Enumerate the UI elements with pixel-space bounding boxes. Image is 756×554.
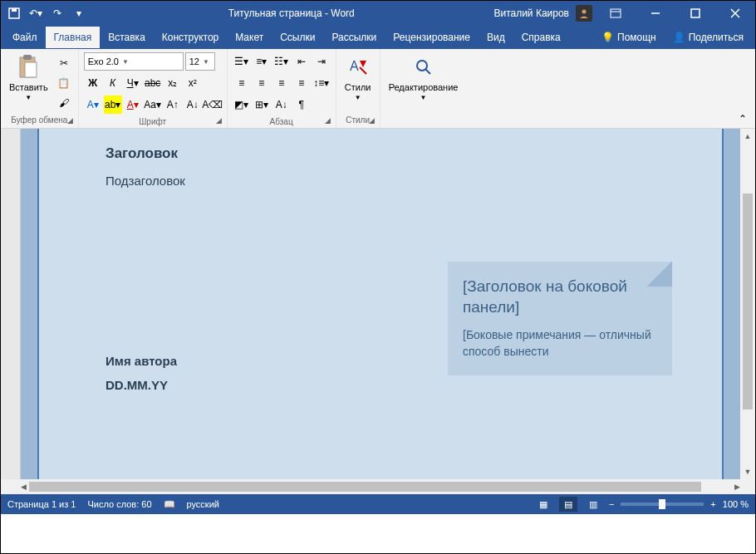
subscript-button[interactable]: x₂: [164, 74, 182, 92]
tab-mailings[interactable]: Рассылки: [323, 27, 385, 48]
collapse-ribbon-button[interactable]: ⌃: [730, 49, 755, 128]
language-indicator[interactable]: русский: [187, 499, 219, 509]
font-color-button[interactable]: A▾: [124, 96, 142, 114]
horizontal-scrollbar[interactable]: ◀ ▶: [21, 479, 740, 494]
chevron-up-icon: ⌃: [739, 113, 747, 125]
vertical-ruler[interactable]: [1, 129, 21, 479]
justify-button[interactable]: ≡: [292, 74, 311, 92]
sidebar-body[interactable]: [Боковые примечания — отличный способ вы…: [463, 327, 657, 360]
sidebar-title[interactable]: [Заголовок на боковой панели]: [463, 277, 657, 317]
tab-design[interactable]: Конструктор: [154, 27, 227, 48]
zoom-in-button[interactable]: +: [710, 499, 715, 509]
sidebar-textbox[interactable]: [Заголовок на боковой панели] [Боковые п…: [448, 262, 672, 375]
scroll-left-icon[interactable]: ◀: [21, 479, 27, 494]
show-marks-button[interactable]: ¶: [292, 96, 311, 114]
multilevel-button[interactable]: ☷▾: [272, 52, 291, 71]
undo-icon[interactable]: ↶▾: [26, 3, 46, 23]
text-effects-button[interactable]: A▾: [84, 96, 102, 114]
doc-date[interactable]: DD.MM.YY: [106, 378, 655, 392]
shading-button[interactable]: ◩▾: [233, 96, 251, 114]
zoom-level[interactable]: 100 %: [723, 499, 749, 509]
italic-button[interactable]: К: [104, 74, 122, 92]
styles-launcher-icon[interactable]: ◢: [366, 115, 378, 126]
zoom-slider[interactable]: [621, 503, 704, 506]
change-case-button[interactable]: Aa▾: [144, 96, 162, 114]
paste-button[interactable]: Вставить ▼: [6, 52, 52, 114]
font-size-combo[interactable]: 12▼: [185, 52, 215, 71]
print-layout-icon[interactable]: ▤: [559, 497, 577, 512]
chevron-down-icon: ▼: [25, 94, 32, 101]
tab-file[interactable]: Файл: [4, 27, 46, 48]
bullets-button[interactable]: ☰▾: [233, 52, 251, 71]
tab-insert[interactable]: Вставка: [100, 27, 154, 48]
decrease-indent-button[interactable]: ⇤: [292, 52, 311, 71]
font-name-combo[interactable]: Exo 2.0▼: [84, 52, 184, 71]
proofing-icon[interactable]: 📖: [164, 499, 175, 510]
superscript-button[interactable]: x²: [184, 74, 202, 92]
borders-button[interactable]: ⊞▾: [253, 96, 271, 114]
doc-heading[interactable]: Заголовок: [106, 145, 655, 162]
svg-rect-6: [691, 9, 700, 17]
hscroll-thumb[interactable]: [29, 482, 701, 492]
doc-subheading[interactable]: Подзаголовок: [106, 174, 655, 188]
clipboard-launcher-icon[interactable]: ◢: [65, 115, 76, 126]
bold-button[interactable]: Ж: [84, 74, 102, 92]
sort-button[interactable]: A↓: [272, 96, 291, 114]
grow-font-button[interactable]: A↑: [164, 96, 182, 114]
close-button[interactable]: [719, 2, 752, 25]
user-area: Виталий Каиров: [493, 2, 752, 25]
read-mode-icon[interactable]: ▦: [534, 497, 552, 512]
line-spacing-button[interactable]: ↕≡▾: [312, 74, 331, 92]
shrink-font-button[interactable]: A↓: [184, 96, 202, 114]
strikethrough-button[interactable]: abc: [144, 74, 162, 92]
ribbon: Вставить ▼ ✂ 📋 🖌 Буфер обмена ◢ Exo 2.0▼…: [1, 49, 755, 129]
align-left-button[interactable]: ≡: [233, 74, 251, 92]
font-launcher-icon[interactable]: ◢: [214, 115, 225, 126]
user-name[interactable]: Виталий Каиров: [493, 7, 569, 19]
minimize-button[interactable]: [639, 2, 672, 25]
maximize-button[interactable]: [679, 2, 712, 25]
group-label-font: Шрифт: [84, 115, 222, 126]
qat-customize-icon[interactable]: ▾: [69, 3, 89, 23]
svg-line-14: [425, 69, 430, 74]
group-paragraph: ☰▾ ≡▾ ☷▾ ⇤ ⇥ ≡ ≡ ≡ ≡ ↕≡▾ ◩▾ ⊞▾ A↓ ¶ Абза…: [228, 49, 336, 128]
tell-me-button[interactable]: 💡Помощн: [593, 27, 665, 48]
chevron-down-icon: ▼: [203, 58, 209, 66]
copy-icon[interactable]: 📋: [55, 74, 73, 92]
paragraph-launcher-icon[interactable]: ◢: [322, 115, 334, 126]
scroll-up-icon[interactable]: ▲: [740, 129, 755, 144]
styles-button[interactable]: A Стили ▼: [341, 52, 375, 103]
tab-home[interactable]: Главная: [46, 27, 101, 48]
page[interactable]: Заголовок Подзаголовок Имя автора DD.MM.…: [37, 129, 724, 479]
ribbon-display-icon[interactable]: [599, 2, 632, 25]
underline-button[interactable]: Ч▾: [124, 74, 142, 92]
align-center-button[interactable]: ≡: [253, 74, 271, 92]
scroll-right-icon[interactable]: ▶: [734, 479, 740, 494]
increase-indent-button[interactable]: ⇥: [312, 52, 331, 71]
highlight-button[interactable]: ab▾: [104, 96, 122, 114]
redo-icon[interactable]: ↷: [47, 3, 67, 23]
zoom-thumb[interactable]: [659, 499, 665, 509]
tab-view[interactable]: Вид: [479, 27, 513, 48]
share-button[interactable]: 👤Поделиться: [665, 27, 752, 48]
page-indicator[interactable]: Страница 1 из 1: [7, 499, 76, 509]
user-avatar-icon[interactable]: [576, 5, 592, 22]
clear-format-button[interactable]: A⌫: [204, 96, 222, 114]
cut-icon[interactable]: ✂: [55, 54, 73, 72]
editing-button[interactable]: Редактирование ▼: [385, 52, 462, 103]
zoom-out-button[interactable]: −: [609, 499, 614, 509]
tab-layout[interactable]: Макет: [227, 27, 272, 48]
align-right-button[interactable]: ≡: [272, 74, 291, 92]
format-painter-icon[interactable]: 🖌: [55, 94, 73, 112]
vertical-scrollbar[interactable]: ▲ ▼: [740, 129, 755, 479]
group-label-clipboard: Буфер обмена: [6, 114, 73, 125]
numbering-button[interactable]: ≡▾: [253, 52, 271, 71]
tab-help[interactable]: Справка: [513, 27, 569, 48]
scroll-thumb[interactable]: [743, 194, 753, 409]
scroll-down-icon[interactable]: ▼: [740, 464, 755, 479]
save-icon[interactable]: [4, 3, 24, 23]
tab-references[interactable]: Ссылки: [272, 27, 323, 48]
web-layout-icon[interactable]: ▥: [584, 497, 602, 512]
word-count[interactable]: Число слов: 60: [87, 499, 151, 509]
tab-review[interactable]: Рецензирование: [385, 27, 479, 48]
